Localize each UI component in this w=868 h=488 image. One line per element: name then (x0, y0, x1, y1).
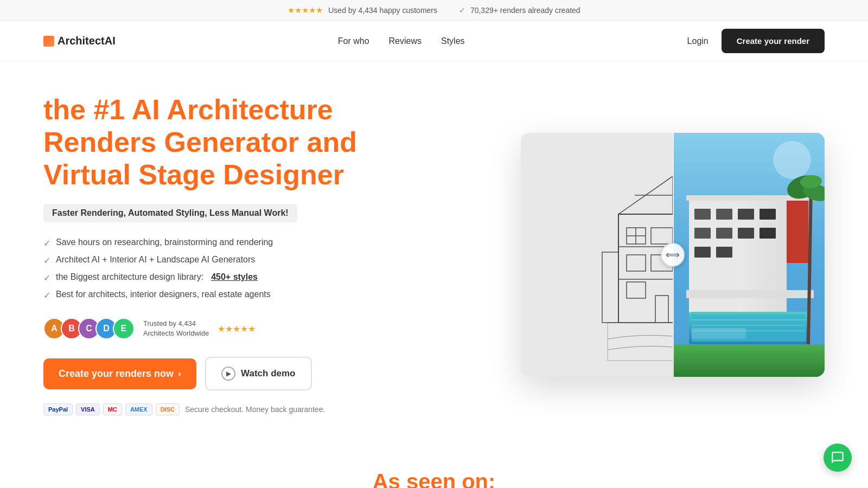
login-link[interactable]: Login (687, 36, 709, 46)
svg-rect-31 (694, 228, 711, 239)
nav-right: Login Create your render (687, 29, 825, 53)
as-seen-on-title: As seen on: (43, 470, 825, 488)
sketch-side (521, 133, 673, 377)
building-render-svg (673, 133, 825, 377)
nav-item-styles[interactable]: Styles (441, 36, 465, 46)
watch-demo-label: Watch demo (241, 368, 295, 379)
create-renders-now-button[interactable]: Create your renders now › (43, 358, 196, 389)
svg-rect-35 (738, 209, 754, 220)
discover-icon: DISC (156, 403, 180, 415)
check-icon-4: ✓ (43, 290, 50, 300)
compare-arrows-icon: ⟺ (666, 249, 680, 261)
check-icon-2: ✓ (43, 255, 50, 266)
trust-text: Trusted by 4,434 Architects Worldwide (143, 319, 209, 338)
watch-demo-button[interactable]: ▶ Watch demo (205, 357, 311, 390)
svg-rect-52 (692, 328, 746, 339)
svg-rect-47 (673, 344, 825, 377)
chat-icon (831, 451, 845, 465)
cta-arrow-icon: › (178, 368, 181, 380)
nav-item-reviews[interactable]: Reviews (389, 36, 422, 46)
mastercard-icon: MC (103, 403, 122, 415)
cta-button-label: Create your renders now (59, 368, 174, 380)
trusted-count: Trusted by 4,434 (143, 319, 209, 329)
as-seen-on-section: As seen on: ⚡ ADVANCED INNOVATION 💡 Inte… (0, 437, 868, 488)
svg-rect-32 (716, 228, 732, 239)
building-sketch-svg (521, 133, 673, 377)
payment-icons: PayPal VISA MC AMEX DISC (43, 403, 180, 415)
image-compare: ⟺ (521, 133, 825, 377)
avatar-group: A B C D E (43, 318, 135, 339)
hero-left: the #1 AI Architecture Renders Generator… (43, 94, 358, 415)
svg-rect-41 (686, 290, 814, 298)
svg-rect-34 (716, 247, 732, 258)
feature-2: ✓ Architect AI + Interior AI + Landscape… (43, 255, 358, 266)
svg-rect-39 (787, 198, 808, 263)
svg-rect-36 (760, 209, 776, 220)
payment-text: Secure checkout. Money back guarantee. (185, 405, 325, 414)
hero-section: the #1 AI Architecture Renders Generator… (0, 61, 868, 437)
hero-badge: Faster Rendering, Automated Styling, Les… (43, 204, 297, 222)
feature-4: ✓ Best for architects, interior designer… (43, 290, 358, 300)
nav-item-for-who[interactable]: For who (338, 36, 369, 46)
feature-1: ✓ Save hours on researching, brainstormi… (43, 237, 358, 248)
svg-rect-29 (694, 209, 711, 220)
hero-features: ✓ Save hours on researching, brainstormi… (43, 237, 358, 300)
svg-rect-38 (760, 228, 776, 239)
svg-rect-30 (716, 209, 732, 220)
banner-renders-count: ✓ 70,329+ renders already created (459, 6, 580, 15)
payment-row: PayPal VISA MC AMEX DISC Secure checkout… (43, 403, 358, 415)
render-side (673, 133, 825, 377)
chat-bubble[interactable] (824, 444, 852, 472)
navbar: ArchitectAI For who Reviews Styles Login… (0, 21, 868, 61)
svg-rect-33 (694, 247, 711, 258)
top-banner: ★★★★★ Used by 4,434 happy customers ✓ 70… (0, 0, 868, 21)
check-icon-1: ✓ (43, 238, 50, 248)
compare-handle[interactable]: ⟺ (661, 243, 685, 267)
banner-used-by: ★★★★★ Used by 4,434 happy customers (288, 5, 437, 15)
trust-stars: ★★★★★ (218, 324, 256, 334)
paypal-icon: PayPal (43, 403, 73, 415)
amex-icon: AMEX (125, 403, 152, 415)
styles-link[interactable]: 450+ styles (211, 272, 258, 282)
svg-rect-37 (738, 228, 754, 239)
banner-stars: ★★★★★ (288, 5, 323, 15)
feature-3: ✓ the Biggest architecture design librar… (43, 272, 358, 283)
logo-text: ArchitectAI (58, 35, 116, 47)
logo-icon (43, 36, 54, 47)
hero-cta-row: Create your renders now › ▶ Watch demo (43, 357, 358, 390)
trust-row: A B C D E Trusted by 4,434 Architects Wo… (43, 318, 358, 339)
check-icon: ✓ (459, 6, 465, 15)
hero-right: ⟺ (391, 133, 825, 377)
svg-point-26 (773, 141, 811, 179)
hero-title: the #1 AI Architecture Renders Generator… (43, 94, 358, 191)
logo[interactable]: ArchitectAI (43, 35, 116, 47)
create-render-button[interactable]: Create your render (722, 29, 825, 53)
visa-icon: VISA (76, 403, 100, 415)
trusted-location: Architects Worldwide (143, 329, 209, 338)
avatar-5: E (113, 318, 135, 339)
nav-links: For who Reviews Styles (338, 36, 465, 46)
play-icon: ▶ (221, 367, 235, 381)
check-icon-3: ✓ (43, 273, 50, 283)
